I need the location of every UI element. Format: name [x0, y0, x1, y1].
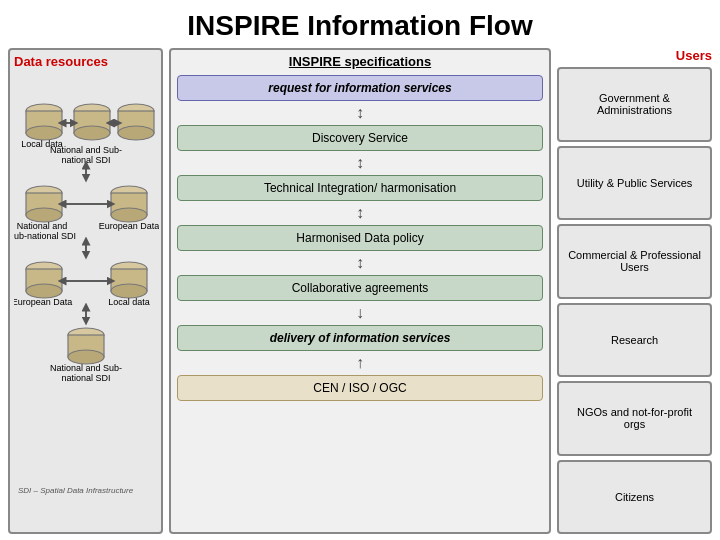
arrow-down-3: ↕ [177, 205, 543, 221]
svg-point-36 [111, 284, 147, 298]
arrow-down-2: ↕ [177, 155, 543, 171]
arrow-down-1: ↕ [177, 105, 543, 121]
svg-point-5 [74, 126, 110, 140]
svg-point-20 [26, 208, 62, 222]
users-panel: Users Government & Administrations Utili… [557, 48, 712, 534]
svg-text:national SDI: national SDI [61, 155, 110, 165]
research-box: Research [557, 303, 712, 378]
arrow-down-4: ↕ [177, 255, 543, 271]
collaborative-agreements-box: Collaborative agreements [177, 275, 543, 301]
page-title: INSPIRE Information Flow [0, 0, 720, 48]
request-box: request for information services [177, 75, 543, 101]
inspire-header: INSPIRE specifications [177, 54, 543, 69]
commercial-box: Commercial & Professional Users [557, 224, 712, 299]
data-diagram: Local data National and Sub- national SD… [14, 73, 159, 503]
data-resources-panel: Data resources Local data National and S… [8, 48, 163, 534]
svg-point-8 [118, 126, 154, 140]
technical-integration-box: Technical Integration/ harmonisation [177, 175, 543, 201]
cen-box: CEN / ISO / OGC [177, 375, 543, 401]
svg-text:National and Sub-: National and Sub- [50, 145, 122, 155]
ngos-box: NGOs and not-for-profit orgs [557, 381, 712, 456]
citizens-box: Citizens [557, 460, 712, 535]
svg-text:SDI – Spatial Data Infrastruct: SDI – Spatial Data Infrastructure [18, 486, 134, 495]
data-resources-label: Data resources [14, 54, 157, 69]
discovery-service-box: Discovery Service [177, 125, 543, 151]
svg-point-33 [26, 284, 62, 298]
inspire-panel: INSPIRE specifications request for infor… [169, 48, 551, 534]
utility-box: Utility & Public Services [557, 146, 712, 221]
government-box: Government & Administrations [557, 67, 712, 142]
arrow-down-6: ↑ [177, 355, 543, 371]
svg-text:European Data: European Data [14, 297, 72, 307]
svg-text:Sub-national SDI: Sub-national SDI [14, 231, 76, 241]
svg-text:National and: National and [17, 221, 68, 231]
svg-point-2 [26, 126, 62, 140]
arrow-down-5: ↓ [177, 305, 543, 321]
svg-text:national SDI: national SDI [61, 373, 110, 383]
svg-text:Local data: Local data [108, 297, 150, 307]
harmonised-policy-box: Harmonised Data policy [177, 225, 543, 251]
svg-point-23 [111, 208, 147, 222]
users-label: Users [557, 48, 712, 63]
delivery-box: delivery of information services [177, 325, 543, 351]
svg-point-45 [68, 350, 104, 364]
svg-text:National and Sub-: National and Sub- [50, 363, 122, 373]
svg-text:European Data: European Data [99, 221, 159, 231]
